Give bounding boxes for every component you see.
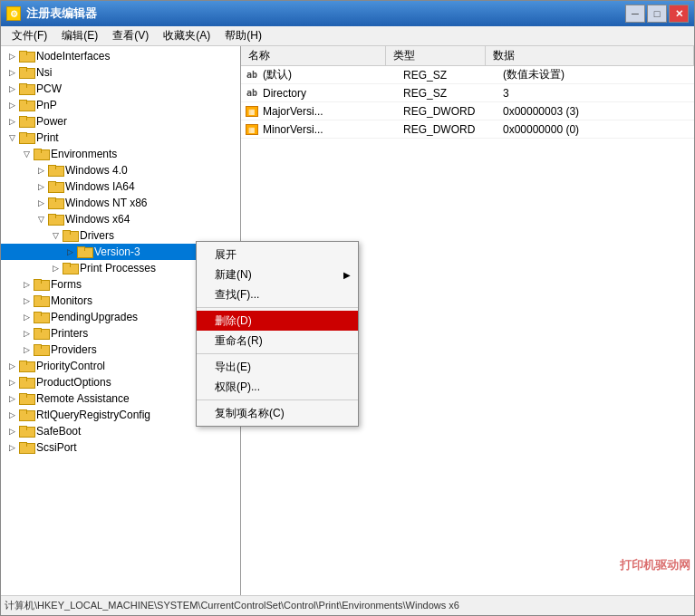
expand-icon: ▽ bbox=[19, 147, 34, 161]
ctx-copy-key-name[interactable]: 复制项名称(C) bbox=[197, 403, 358, 423]
expand-icon: ▷ bbox=[5, 98, 19, 112]
folder-icon bbox=[19, 82, 34, 95]
tree-node-winx64[interactable]: ▽ Windows x64 bbox=[1, 211, 240, 227]
col-header-type[interactable]: 类型 bbox=[386, 46, 486, 65]
tree-label: Forms bbox=[51, 278, 82, 291]
watermark: 打印机驱动网 bbox=[616, 555, 694, 575]
ctx-expand[interactable]: 展开 bbox=[197, 245, 358, 265]
reg-data-minorversion: 0x00000000 (0) bbox=[499, 123, 694, 136]
reg-row-minorversion[interactable]: ▦ MinorVersi... REG_DWORD 0x00000000 (0) bbox=[241, 120, 694, 139]
tree-node-nsi[interactable]: ▷ Nsi bbox=[1, 64, 240, 81]
folder-icon bbox=[63, 262, 77, 274]
folder-icon bbox=[48, 164, 63, 177]
tree-node-environments[interactable]: ▽ Environments bbox=[1, 146, 240, 162]
minimize-button[interactable]: ─ bbox=[625, 5, 645, 23]
expand-icon: ▷ bbox=[5, 408, 19, 422]
col-header-name[interactable]: 名称 bbox=[241, 46, 386, 65]
tree-label: Environments bbox=[51, 148, 117, 160]
tree-label: Drivers bbox=[80, 229, 114, 242]
menu-file[interactable]: 文件(F) bbox=[5, 26, 54, 45]
folder-icon bbox=[34, 343, 48, 356]
tree-label: Printers bbox=[51, 327, 88, 340]
expand-icon: ▷ bbox=[63, 245, 77, 259]
window-icon: ⚙ bbox=[6, 6, 21, 21]
folder-icon bbox=[48, 180, 63, 193]
ctx-separator-3 bbox=[197, 399, 358, 400]
tree-node-win40[interactable]: ▷ Windows 4.0 bbox=[1, 162, 240, 178]
title-bar: ⚙ 注册表编辑器 ─ □ ✕ bbox=[1, 1, 694, 26]
tree-label: Remote Assistance bbox=[36, 392, 130, 405]
reg-name-minorversion: MinorVersi... bbox=[259, 123, 400, 136]
folder-icon bbox=[19, 409, 34, 421]
expand-icon: ▷ bbox=[19, 294, 34, 308]
expand-icon: ▷ bbox=[19, 342, 34, 357]
menu-bar: 文件(F) 编辑(E) 查看(V) 收藏夹(A) 帮助(H) bbox=[1, 26, 694, 46]
reg-name-default: (默认) bbox=[259, 67, 400, 82]
expand-icon: ▷ bbox=[34, 163, 48, 178]
folder-open-icon bbox=[63, 229, 77, 242]
folder-icon bbox=[77, 245, 92, 258]
expand-icon: ▽ bbox=[34, 212, 48, 226]
expand-icon: ▷ bbox=[5, 424, 19, 438]
tree-node-print[interactable]: ▽ Print bbox=[1, 130, 240, 146]
tree-node-nodeinterfaces[interactable]: ▷ NodeInterfaces bbox=[1, 48, 240, 64]
reg-type-default: REG_SZ bbox=[400, 69, 499, 82]
column-headers: 名称 类型 数据 bbox=[241, 46, 694, 66]
reg-row-default[interactable]: ab (默认) REG_SZ (数值未设置) bbox=[241, 66, 694, 84]
menu-view[interactable]: 查看(V) bbox=[105, 26, 156, 45]
tree-label: Version-3 bbox=[94, 245, 140, 258]
tree-label: Nsi bbox=[36, 66, 52, 79]
folder-icon bbox=[19, 376, 34, 389]
status-bar: 计算机\HKEY_LOCAL_MACHINE\SYSTEM\CurrentCon… bbox=[1, 595, 694, 615]
col-header-data[interactable]: 数据 bbox=[486, 46, 694, 65]
reg-name-majorversion: MajorVersi... bbox=[259, 105, 400, 118]
expand-icon: ▷ bbox=[5, 375, 19, 390]
ctx-rename[interactable]: 重命名(R) bbox=[197, 331, 358, 351]
tree-label: RtlQueryRegistryConfig bbox=[36, 409, 150, 421]
folder-open-icon bbox=[19, 131, 34, 144]
tree-node-pnp[interactable]: ▷ PnP bbox=[1, 97, 240, 113]
folder-icon bbox=[34, 311, 48, 323]
reg-data-default: (数值未设置) bbox=[499, 67, 694, 82]
folder-icon bbox=[19, 50, 34, 63]
tree-node-winntx86[interactable]: ▷ Windows NT x86 bbox=[1, 195, 240, 211]
menu-help[interactable]: 帮助(H) bbox=[217, 26, 269, 45]
tree-label: Print bbox=[36, 131, 59, 144]
maximize-button[interactable]: □ bbox=[647, 5, 667, 23]
reg-row-majorversion[interactable]: ▦ MajorVersi... REG_DWORD 0x00000003 (3) bbox=[241, 102, 694, 120]
tree-label: Print Processes bbox=[80, 262, 156, 274]
expand-icon: ▷ bbox=[19, 326, 34, 341]
folder-icon bbox=[34, 327, 48, 340]
tree-label: Windows x64 bbox=[65, 213, 130, 226]
reg-data-majorversion: 0x00000003 (3) bbox=[499, 105, 694, 118]
menu-favorites[interactable]: 收藏夹(A) bbox=[156, 26, 217, 45]
close-button[interactable]: ✕ bbox=[669, 5, 689, 23]
title-controls: ─ □ ✕ bbox=[625, 5, 689, 23]
tree-node-power[interactable]: ▷ Power bbox=[1, 113, 240, 130]
tree-node-scsiport[interactable]: ▷ ScsiPort bbox=[1, 439, 240, 456]
ctx-permissions[interactable]: 权限(P)... bbox=[197, 377, 358, 397]
tree-node-pcw[interactable]: ▷ PCW bbox=[1, 81, 240, 97]
tree-node-winia64[interactable]: ▷ Windows IA64 bbox=[1, 178, 240, 195]
ctx-find[interactable]: 查找(F)... bbox=[197, 284, 358, 304]
expand-icon: ▽ bbox=[5, 130, 19, 145]
folder-open-icon bbox=[34, 148, 48, 160]
ctx-new[interactable]: 新建(N) ▶ bbox=[197, 265, 358, 284]
folder-icon bbox=[19, 425, 34, 438]
reg-icon-dword: ▦ bbox=[241, 106, 259, 117]
tree-label: Windows 4.0 bbox=[65, 164, 128, 177]
menu-edit[interactable]: 编辑(E) bbox=[54, 26, 105, 45]
reg-icon-ab: ab bbox=[241, 70, 259, 80]
folder-icon bbox=[34, 294, 48, 307]
expand-icon: ▷ bbox=[19, 277, 34, 292]
ctx-export[interactable]: 导出(E) bbox=[197, 357, 358, 377]
reg-icon-dword: ▦ bbox=[241, 124, 259, 135]
reg-type-majorversion: REG_DWORD bbox=[400, 105, 499, 118]
folder-icon bbox=[48, 197, 63, 209]
folder-open-icon bbox=[48, 213, 63, 226]
tree-label: Windows NT x86 bbox=[65, 197, 147, 209]
tree-label: Providers bbox=[51, 343, 97, 356]
window-title: 注册表编辑器 bbox=[26, 5, 97, 22]
ctx-delete[interactable]: 删除(D) bbox=[197, 311, 358, 331]
reg-row-directory[interactable]: ab Directory REG_SZ 3 bbox=[241, 84, 694, 102]
